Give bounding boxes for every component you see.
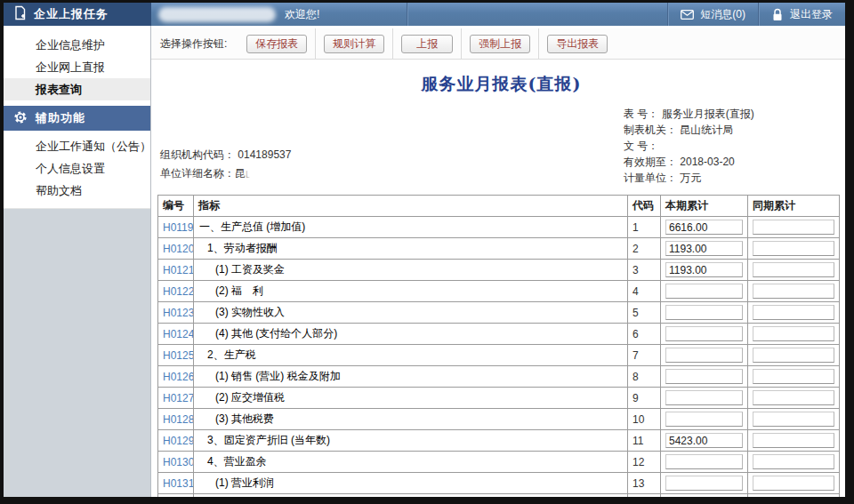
same-period-cell xyxy=(748,473,840,494)
sidebar-group-auxiliary[interactable]: 辅助功能 xyxy=(4,106,150,131)
sidebar-item-work-notice[interactable]: 企业工作通知（公告） xyxy=(4,135,150,157)
save-report-button[interactable]: 保存报表 xyxy=(246,35,307,53)
current-period-cell xyxy=(661,452,748,473)
current-period-input[interactable] xyxy=(665,220,743,235)
row-id-cell: H0132 xyxy=(158,494,194,498)
same-period-input[interactable] xyxy=(753,241,834,256)
row-id-cell: H0120 xyxy=(158,238,194,260)
logout-label: 退出登录 xyxy=(790,7,833,22)
current-period-cell xyxy=(661,260,748,281)
current-period-input[interactable] xyxy=(665,305,743,320)
rule-calculate-button[interactable]: 规则计算 xyxy=(324,35,384,53)
report-meta-block: 表 号： 服务业月报表(直报) 制表机关： 昆山统计局 文 号： 有效期至： 2… xyxy=(624,106,837,186)
row-id-link[interactable]: H0123 xyxy=(163,307,194,319)
col-header-code: 代码 xyxy=(628,196,661,217)
current-period-input[interactable] xyxy=(665,454,743,469)
row-id-link[interactable]: H0130 xyxy=(163,456,194,468)
current-period-input[interactable] xyxy=(665,348,743,363)
org-name-label: 单位详细名称： xyxy=(160,167,235,180)
code-cell: 1 xyxy=(628,217,661,238)
force-submit-button[interactable]: 强制上报 xyxy=(470,35,530,53)
sidebar-group-enterprise-tasks[interactable]: 企业上报任务 xyxy=(4,3,151,26)
row-id-link[interactable]: H0128 xyxy=(163,413,194,426)
row-id-link[interactable]: H0124 xyxy=(163,328,194,340)
current-period-cell xyxy=(661,345,748,366)
current-period-input[interactable] xyxy=(665,433,743,448)
same-period-input[interactable] xyxy=(753,284,834,299)
row-id-link[interactable]: H0127 xyxy=(163,392,194,404)
indicator-cell: 4、营业盈余 xyxy=(194,452,628,473)
sidebar-item-report-query[interactable]: 报表查询 xyxy=(4,78,150,100)
indicator-cell: (1) 工资及奖金 xyxy=(194,260,628,281)
current-period-input[interactable] xyxy=(665,326,743,341)
indicator-cell: (4) 其他 (支付给个人部分) xyxy=(194,324,628,345)
same-period-input[interactable] xyxy=(753,369,834,384)
screenshot-frame: 企业上报任务 欢迎您! 短消息(0) 退出 xyxy=(0,0,854,504)
same-period-cell xyxy=(748,217,840,238)
row-id-cell: H0126 xyxy=(158,366,194,388)
same-period-cell xyxy=(748,260,840,281)
logout-button[interactable]: 退出登录 xyxy=(758,3,845,26)
row-id-link[interactable]: H0122 xyxy=(163,285,194,298)
document-plus-icon xyxy=(13,5,27,23)
code-cell: 14 xyxy=(628,494,661,498)
same-period-input[interactable] xyxy=(753,433,834,448)
same-period-input[interactable] xyxy=(753,412,834,427)
blurred-org-name xyxy=(248,165,383,180)
current-period-input[interactable] xyxy=(665,369,743,384)
sidebar-item-help-docs[interactable]: 帮助文档 xyxy=(4,180,150,202)
sidebar-item-personal-settings[interactable]: 个人信息设置 xyxy=(4,157,150,180)
table-row: H0122(2) 福 利4 xyxy=(158,281,840,302)
current-period-input[interactable] xyxy=(665,476,743,491)
toolbar-divider xyxy=(538,28,539,59)
row-id-link[interactable]: H0119 xyxy=(163,221,193,234)
current-period-input[interactable] xyxy=(665,262,743,277)
same-period-input[interactable] xyxy=(753,476,834,491)
same-period-input[interactable] xyxy=(753,220,834,235)
same-period-input[interactable] xyxy=(753,390,834,405)
row-id-link[interactable]: H0129 xyxy=(163,435,194,447)
row-id-link[interactable]: H0126 xyxy=(163,371,194,383)
messages-button[interactable]: 短消息(0) xyxy=(667,3,758,26)
col-header-id: 编号 xyxy=(158,196,194,217)
code-cell: 10 xyxy=(628,409,661,430)
submit-button[interactable]: 上报 xyxy=(401,35,453,53)
same-period-input[interactable] xyxy=(753,326,834,341)
row-id-cell: H0131 xyxy=(158,473,194,494)
indicator-cell: (1) 销售 (营业) 税金及附加 xyxy=(194,366,628,388)
sidebar-item-online-direct-report[interactable]: 企业网上直报 xyxy=(4,56,150,78)
export-report-button[interactable]: 导出报表 xyxy=(547,35,608,53)
current-period-cell xyxy=(661,473,748,494)
sidebar-group-title: 辅助功能 xyxy=(36,110,85,126)
current-period-cell xyxy=(661,281,748,302)
row-id-link[interactable]: H0131 xyxy=(163,477,194,490)
row-id-link[interactable]: H0121 xyxy=(163,264,194,276)
same-period-input[interactable] xyxy=(753,262,834,277)
main-panel: 选择操作按钮: 保存报表 规则计算 上报 强制上报 导出报表 服务业月报表(直报… xyxy=(151,26,845,497)
sidebar-menu: 企业信息维护 企业网上直报 报表查询 辅助功能 企业工作通知（公告） 个人信息设… xyxy=(4,26,150,202)
row-id-cell: H0123 xyxy=(158,302,194,324)
indicator-cell: (1) 营业利润 xyxy=(194,473,628,494)
current-period-input[interactable] xyxy=(665,390,743,405)
sidebar-item-enterprise-info[interactable]: 企业信息维护 xyxy=(4,34,150,56)
same-period-input[interactable] xyxy=(753,348,834,363)
app-window: 企业上报任务 欢迎您! 短消息(0) 退出 xyxy=(4,3,845,497)
same-period-input[interactable] xyxy=(753,454,834,469)
current-period-input[interactable] xyxy=(665,284,743,299)
row-id-link[interactable]: H0125 xyxy=(163,349,194,362)
meta-line-unit: 计量单位： 万元 xyxy=(624,170,837,186)
report-table: 编号 指标 代码 本期累计 同期累计 H0119一、生产总值 (增加值)1H01… xyxy=(157,195,840,497)
same-period-input[interactable] xyxy=(753,305,834,320)
row-id-link[interactable]: H0120 xyxy=(163,243,194,255)
code-cell: 12 xyxy=(628,452,661,473)
code-cell: 5 xyxy=(628,302,661,324)
current-period-cell xyxy=(661,324,748,345)
current-period-input[interactable] xyxy=(665,241,743,256)
row-id-cell: H0129 xyxy=(158,430,194,452)
current-period-input[interactable] xyxy=(665,412,743,427)
row-id-cell: H0121 xyxy=(158,260,194,281)
code-cell: 6 xyxy=(628,324,661,345)
same-period-cell xyxy=(748,324,840,345)
indicator-cell: 2、生产税 xyxy=(194,345,628,366)
sidebar-empty-area xyxy=(4,208,150,497)
